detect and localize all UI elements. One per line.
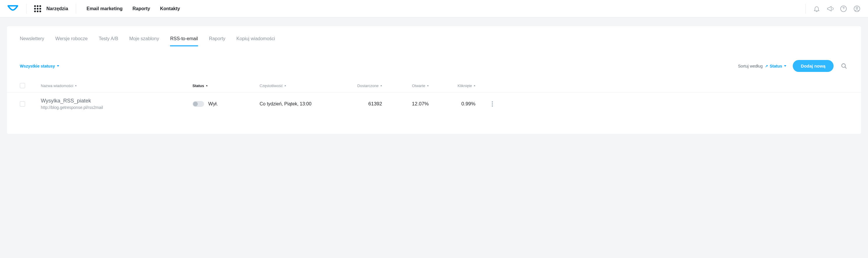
svg-point-2 <box>856 7 858 9</box>
status-toggle[interactable] <box>192 101 204 107</box>
tab-newsletters[interactable]: Newslettery <box>20 36 44 46</box>
divider <box>805 4 806 14</box>
sort-prefix: Sortuj według <box>738 64 763 68</box>
table-header: Nazwa wiadomości Status Częstotliwość Do… <box>7 80 861 92</box>
frequency-value: Co tydzień, Piątek, 13:00 <box>259 101 330 107</box>
tab-rss-to-email[interactable]: RSS-to-email <box>170 36 198 46</box>
tab-my-templates[interactable]: Moje szablony <box>129 36 159 46</box>
apps-grid-icon <box>34 5 41 12</box>
row-actions-menu[interactable] <box>492 101 493 107</box>
nav-link-contacts[interactable]: Kontakty <box>160 6 180 11</box>
status-filter-dropdown[interactable]: Wszystkie statusy <box>20 64 59 68</box>
message-url: http://blog.getresponse.pl/rss2mail <box>41 105 192 110</box>
tab-drafts[interactable]: Wersje robocze <box>55 36 88 46</box>
megaphone-icon[interactable] <box>826 5 834 13</box>
clicked-value: 0.99% <box>429 101 475 107</box>
bell-icon[interactable] <box>813 5 821 13</box>
col-name[interactable]: Nazwa wiadomości <box>41 83 192 88</box>
col-opened[interactable]: Otwarte <box>382 83 429 88</box>
sort-direction-icon: ↗ <box>765 64 768 68</box>
delivered-value: 61392 <box>330 101 382 107</box>
divider <box>76 4 76 14</box>
col-frequency[interactable]: Częstotliwość <box>259 83 330 88</box>
svg-line-4 <box>845 67 847 68</box>
brand-logo[interactable] <box>7 3 19 14</box>
divider <box>26 4 27 14</box>
status-filter-label: Wszystkie statusy <box>20 64 55 68</box>
svg-point-3 <box>842 64 845 67</box>
nav-link-email-marketing[interactable]: Email marketing <box>87 6 123 11</box>
message-name[interactable]: Wysylka_RSS_piatek <box>41 98 192 104</box>
tab-reports[interactable]: Raporty <box>209 36 225 46</box>
chevron-down-icon <box>784 65 786 67</box>
table-row: Wysylka_RSS_piatek http://blog.getrespon… <box>7 92 861 117</box>
user-icon[interactable] <box>853 5 861 13</box>
col-delivered[interactable]: Dostarczone <box>330 83 382 88</box>
search-icon[interactable] <box>840 62 848 70</box>
chevron-down-icon <box>57 65 59 67</box>
tab-copy-messages[interactable]: Kopiuj wiadomości <box>237 36 275 46</box>
sort-field: Status <box>770 64 782 68</box>
add-new-button[interactable]: Dodaj nową <box>793 60 834 72</box>
tab-bar: Newslettery Wersje robocze Testy A/B Moj… <box>7 26 861 47</box>
tab-ab-tests[interactable]: Testy A/B <box>99 36 118 46</box>
row-checkbox[interactable] <box>20 101 25 107</box>
col-clicked[interactable]: Kliknięte <box>429 83 475 88</box>
nav-link-reports[interactable]: Raporty <box>132 6 150 11</box>
status-label: Wył. <box>208 101 218 107</box>
opened-value: 12.07% <box>382 101 429 107</box>
help-icon[interactable] <box>839 5 847 13</box>
sort-control[interactable]: Sortuj według ↗ Status <box>738 64 786 68</box>
tools-menu[interactable]: Narzędzia <box>34 5 68 12</box>
tools-label: Narzędzia <box>46 6 68 11</box>
col-status[interactable]: Status <box>192 83 259 88</box>
select-all-checkbox[interactable] <box>20 83 25 88</box>
